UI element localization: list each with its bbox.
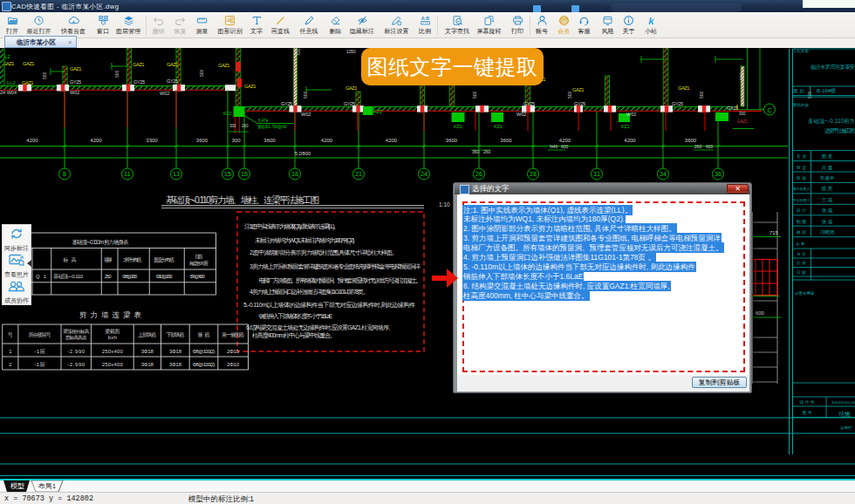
svg-text:500: 500 [297, 48, 301, 55]
svg-text:11: 11 [124, 171, 130, 177]
svg-text:-2.990: -2.990 [67, 349, 86, 354]
svg-text:冯晓艳: 冯晓艳 [820, 229, 835, 235]
svg-text:GAZ1: GAZ1 [345, 85, 358, 91]
svg-text:715: 715 [770, 230, 778, 235]
svg-text:设 计: 设 计 [796, 208, 806, 213]
svg-text:W02: W02 [70, 90, 79, 95]
svg-text:钢筋Φ1.700@42: 钢筋Φ1.700@42 [257, 124, 287, 129]
svg-text:GAZ1: GAZ1 [244, 84, 256, 89]
svg-text:KZ1: KZ1 [454, 124, 462, 129]
svg-text:3600: 3600 [685, 138, 697, 143]
svg-text:31: 31 [593, 171, 600, 177]
svg-text:W02: W02 [516, 112, 526, 117]
svg-text:基础顶~-0.110m 剪力墙身表: 基础顶~-0.110m 剪力墙身表 [72, 239, 130, 246]
svg-text:Φ8@100(2): Φ8@100(2) [193, 349, 215, 354]
svg-text:W02: W02 [301, 112, 311, 117]
svg-text:朱遂平: 朱遂平 [820, 175, 835, 180]
svg-text:34: 34 [660, 171, 667, 177]
svg-text:上部纵筋: 上部纵筋 [137, 331, 156, 338]
svg-text:250x400: 250x400 [102, 349, 124, 354]
svg-text:8: 8 [63, 171, 66, 177]
svg-text:GY25: GY25 [523, 101, 535, 106]
svg-text:GY25: GY25 [70, 79, 81, 85]
svg-text:360: 360 [472, 149, 480, 154]
svg-text:GAZ1: GAZ1 [70, 66, 82, 72]
svg-text:600: 600 [706, 144, 714, 149]
svg-text:B-16#楼: B-16#楼 [817, 88, 836, 93]
svg-text:注:1.图中实线表示为墙体(Q1),虚线表示连梁(LL)。: 注:1.图中实线表示为墙体(Q1),虚线表示连梁(LL)。 [244, 222, 339, 230]
svg-text:2Φ10: 2Φ10 [227, 349, 240, 354]
svg-text:GAZ1: GAZ1 [23, 61, 35, 66]
svg-text:3600: 3600 [500, 138, 512, 143]
svg-text:2.图中涂阴影部分表示剪力墙暗柱范围,具体尺寸详暗柱大样图。: 2.图中涂阴影部分表示剪力墙暗柱范围,具体尺寸详暗柱大样图。 [250, 249, 398, 256]
svg-text:梁截面: 梁截面 [105, 328, 120, 335]
svg-text:GAZ1: GAZ1 [167, 62, 179, 67]
svg-text:16: 16 [241, 171, 248, 177]
svg-text:36: 36 [715, 171, 722, 177]
svg-text:4200: 4200 [624, 138, 636, 143]
svg-text:4200: 4200 [386, 138, 398, 143]
svg-text:A:B: A:B [421, 15, 429, 20]
svg-text:王 磊: 王 磊 [822, 197, 833, 202]
svg-text:1050: 1050 [346, 50, 356, 54]
svg-text:设 计 号: 设 计 号 [798, 399, 814, 405]
svg-text:4200: 4200 [321, 138, 333, 143]
svg-text:300: 300 [229, 124, 236, 128]
svg-text:2Φ10: 2Φ10 [227, 362, 240, 367]
svg-text:图纸名称: 图纸名称 [793, 103, 810, 107]
svg-text:审 核: 审 核 [797, 175, 806, 180]
svg-text:26: 26 [475, 171, 482, 177]
svg-text:工程名称: 工程名称 [793, 48, 810, 53]
svg-text:墙厚: 墙厚 [104, 257, 113, 263]
svg-text:陈 杰: 陈 杰 [822, 186, 833, 192]
svg-text:600: 600 [756, 310, 764, 316]
svg-text:3.剪力墙上开洞和预留套管详建筑图和各专业图纸,电梯呼梯盒等: 3.剪力墙上开洞和预留套管详建筑图和各专业图纸,电梯呼梯盒等电梯预留洞详 [250, 262, 421, 270]
svg-text:5,0800: 5,0800 [295, 151, 311, 156]
svg-text:专 业: 专 业 [797, 153, 806, 159]
svg-text:500: 500 [739, 72, 744, 80]
svg-text:3300: 3300 [146, 138, 158, 143]
svg-text:3600: 3600 [196, 138, 209, 143]
svg-text:第一侧面筋: 第一侧面筋 [222, 331, 244, 338]
svg-text:500: 500 [472, 91, 477, 99]
svg-text:比 例: 比 例 [797, 261, 806, 266]
svg-text:钢筋伸入下部墙体长度不小于1.6LaE: 钢筋伸入下部墙体长度不小于1.6LaE [258, 313, 333, 320]
svg-text:500: 500 [807, 91, 812, 99]
svg-text:4200: 4200 [26, 138, 38, 143]
svg-text:日 期: 日 期 [797, 270, 806, 275]
svg-text:GY25: GY25 [672, 101, 683, 106]
svg-text:500: 500 [114, 70, 120, 78]
svg-text:进梁平法施工图: 进梁平法施工图 [824, 127, 855, 134]
svg-text:未标注外墙均为WQ1,未标注内墙均为180厚(Q2).: 未标注外墙均为WQ1,未标注内墙均为180厚(Q2). [255, 236, 355, 244]
svg-text:3Φ18: 3Φ18 [141, 349, 154, 354]
svg-text:GY25: GY25 [344, 101, 355, 106]
svg-text:基础顶~-0.110剪力: 基础顶~-0.110剪力 [808, 118, 855, 125]
svg-text:电梯厂方设备图。所有墙体的预留洞、预埋套管应核对无误后方可浇: 电梯厂方设备图。所有墙体的预留洞、预埋套管应核对无误后方可浇注混凝土。 [259, 276, 422, 284]
svg-text:KZ1: KZ1 [621, 124, 630, 129]
svg-text:Φ8@100(2): Φ8@100(2) [193, 362, 215, 367]
svg-text:3600: 3600 [263, 138, 276, 143]
svg-text:4200: 4200 [90, 138, 102, 143]
svg-text:Φ8@200: Φ8@200 [122, 274, 138, 279]
svg-text:300: 300 [739, 112, 746, 116]
svg-text:下部纵筋: 下部纵筋 [167, 331, 185, 338]
svg-text:6.47a: 6.47a [258, 119, 269, 123]
svg-text:24 W04: 24 W04 [0, 90, 17, 95]
svg-text:项目负责人: 项目负责人 [793, 187, 811, 191]
svg-text:梁顶相对标高: 梁顶相对标高 [63, 328, 90, 335]
svg-text:k: k [648, 15, 654, 25]
svg-text:260: 260 [242, 124, 249, 128]
svg-text:结施: 结施 [839, 411, 852, 418]
svg-text:图 号: 图 号 [803, 411, 812, 415]
svg-text:-1层: -1层 [35, 349, 45, 354]
svg-text:GAZ1: GAZ1 [218, 63, 230, 68]
svg-text:GY25: GY25 [574, 101, 585, 106]
svg-text:18: 18 [291, 171, 298, 177]
svg-text:13: 13 [173, 171, 180, 177]
svg-text:剪 力 墙 连 梁 表: 剪 力 墙 连 梁 表 [79, 310, 142, 319]
svg-text:张 磊: 张 磊 [822, 219, 833, 225]
svg-text:专 业: 专 业 [797, 252, 806, 256]
svg-text:24: 24 [421, 171, 428, 177]
svg-text:拉筋: 拉筋 [195, 254, 204, 260]
svg-text:临沂市罗庄区某泰安: 临沂市罗庄区某泰安 [811, 64, 855, 71]
